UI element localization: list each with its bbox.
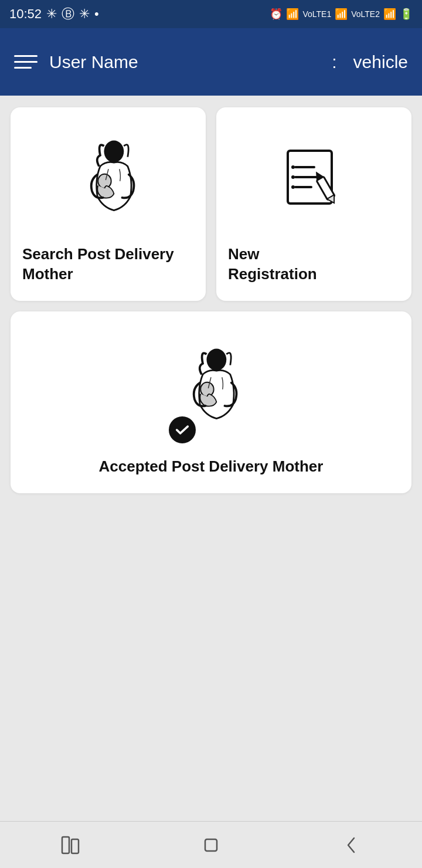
toolbar-vehicle: vehicle — [353, 52, 408, 72]
svg-point-0 — [104, 141, 124, 163]
status-bar: 10:52 ✳ Ⓑ ✳ • ⏰ 📶 VoLTE1 📶 VoLTE2 📶 🔋 — [0, 0, 422, 28]
signal2-icon: 📶 — [383, 8, 396, 21]
svg-point-4 — [291, 165, 295, 169]
search-card-label: Search Post Delivery Mother — [22, 245, 194, 284]
new-registration-label: NewRegistration — [228, 245, 317, 284]
accepted-card-label: Accepted Post Delivery Mother — [99, 457, 324, 477]
cards-row-top: Search Post Delivery Mother — [11, 107, 411, 301]
fan-icon: ✳ — [46, 6, 57, 22]
checkmark-badge — [167, 415, 198, 445]
svg-point-13 — [207, 349, 227, 371]
back-icon — [341, 835, 362, 856]
fan2-icon: ✳ — [79, 6, 90, 22]
search-card-icon-area — [22, 121, 194, 239]
check-icon — [174, 422, 190, 438]
new-registration-card[interactable]: NewRegistration — [216, 107, 411, 301]
alarm-icon: ⏰ — [270, 8, 283, 21]
recent-apps-button[interactable] — [53, 828, 88, 863]
toolbar: User Name : vehicle — [0, 28, 422, 96]
accepted-post-delivery-card[interactable]: Accepted Post Delivery Mother — [11, 311, 411, 493]
svg-point-6 — [291, 175, 295, 179]
back-button[interactable] — [334, 828, 369, 863]
svg-rect-17 — [205, 839, 217, 851]
svg-rect-16 — [72, 839, 79, 853]
reg-card-icon-area — [228, 121, 400, 239]
home-icon — [200, 835, 222, 856]
battery-icon: 🔋 — [400, 8, 413, 21]
status-time: 10:52 — [9, 6, 42, 22]
recent-apps-icon — [60, 835, 81, 856]
accepted-card-icon-area — [164, 326, 258, 451]
registration-document-icon — [279, 145, 349, 215]
mother-baby-icon — [64, 136, 152, 224]
svg-point-1 — [98, 174, 111, 188]
home-button[interactable] — [193, 828, 229, 863]
b-icon: Ⓑ — [62, 5, 74, 23]
svg-point-14 — [200, 382, 214, 396]
wifi-icon: 📶 — [286, 8, 299, 21]
hamburger-menu-icon[interactable] — [14, 55, 38, 69]
svg-point-8 — [291, 185, 295, 189]
svg-rect-15 — [62, 837, 69, 853]
main-content: Search Post Delivery Mother — [0, 96, 422, 505]
toolbar-username: User Name — [49, 52, 315, 72]
toolbar-separator: : — [332, 52, 336, 72]
status-right: ⏰ 📶 VoLTE1 📶 VoLTE2 📶 🔋 — [270, 8, 413, 21]
status-left: 10:52 ✳ Ⓑ ✳ • — [9, 5, 99, 23]
lte2-icon: VoLTE2 — [351, 9, 380, 19]
lte1-icon: VoLTE1 — [302, 9, 331, 19]
bottom-navigation — [0, 821, 422, 868]
signal1-icon: 📶 — [335, 8, 348, 21]
search-post-delivery-card[interactable]: Search Post Delivery Mother — [11, 107, 206, 301]
dot-icon: • — [94, 6, 99, 22]
